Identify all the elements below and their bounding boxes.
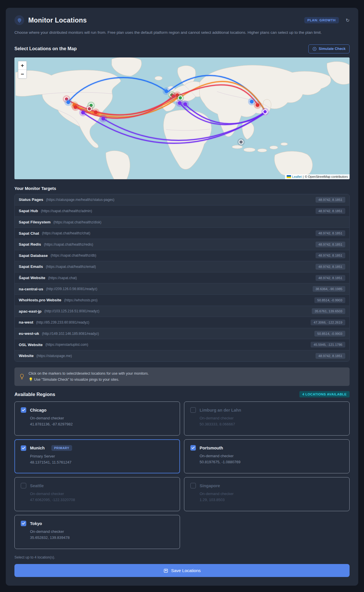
region-card[interactable]: Chicago On-demand checker 41.8781136, -8…: [14, 401, 180, 436]
target-coords-badge: 50.8514, -0.9903: [314, 331, 345, 337]
region-checkbox[interactable]: [21, 483, 26, 488]
target-row: Sapat Emails (https://sapat.chat/healthz…: [15, 261, 349, 272]
regions-heading: Available Regions: [14, 392, 55, 397]
target-row: OSL Website (https://openstartuplist.com…: [15, 339, 349, 350]
map-marker[interactable]: [164, 89, 168, 93]
map-marker[interactable]: [183, 102, 187, 106]
target-name: eu-west-uk: [19, 331, 39, 336]
monitor-targets-list: Status Pages (https://statuspage.me/heal…: [14, 194, 350, 362]
target-url: (https://sapat.chat/healthz/redis): [44, 242, 93, 246]
region-checkbox[interactable]: [190, 483, 196, 488]
zoom-out-button[interactable]: −: [18, 70, 27, 79]
play-circle-icon: [312, 47, 317, 51]
region-subtitle: On-demand checker: [30, 416, 174, 420]
leaflet-map[interactable]: + − Leaflet | © OpenStreetMap contributo…: [14, 57, 350, 179]
region-subtitle: On-demand checker: [30, 529, 174, 534]
target-coords-badge: 35.6761, 139.6503: [312, 308, 345, 314]
region-checkbox[interactable]: [21, 445, 26, 451]
target-row: Website (https://statuspage.me) 48.9742,…: [15, 350, 349, 361]
map-marker[interactable]: [66, 100, 70, 104]
region-coords: 35.652832, 139.839478: [30, 535, 174, 540]
target-url: (http://149.102.146.185:8081/readyz): [42, 332, 99, 336]
target-coords-badge: 38.6364, -90.1985: [313, 286, 345, 292]
target-coords-badge: 48.9742, 8.1851: [316, 230, 345, 236]
target-row: na-central-us (http://209.126.0.56:8081/…: [15, 283, 349, 294]
zoom-in-button[interactable]: +: [18, 61, 27, 70]
map-marker[interactable]: [256, 103, 259, 107]
region-subtitle: Primary Server: [30, 454, 174, 458]
save-locations-button[interactable]: Save Locations: [14, 564, 350, 577]
check-icon: [192, 447, 195, 449]
region-card[interactable]: Tokyo On-demand checker 35.652832, 139.8…: [14, 515, 180, 549]
region-name: Chicago: [30, 408, 46, 412]
lightbulb-icon: [19, 373, 25, 380]
save-icon: [163, 568, 168, 573]
region-card[interactable]: Limburg an der Lahn On-demand checker 50…: [184, 401, 350, 436]
map-marker[interactable]: [94, 110, 97, 114]
region-name: Singapore: [200, 483, 220, 488]
target-name: Status Pages: [19, 197, 43, 202]
target-url: (https://sapat.chat/healthz/admin): [41, 209, 92, 213]
region-name: Portsmouth: [200, 446, 223, 450]
region-card[interactable]: Munich PRIMARY Primary Server 48.1371541…: [14, 439, 180, 473]
region-coords: 50.8197675, -1.0880769: [200, 460, 343, 464]
region-coords: 1.29, 103.8503: [200, 498, 343, 502]
target-row: Sapat Chat (https://sapat.chat/healthz/c…: [15, 227, 349, 239]
refresh-icon[interactable]: ↻: [346, 18, 350, 23]
region-card[interactable]: Portsmouth On-demand checker 50.8197675,…: [184, 439, 350, 473]
target-row: eu-west-uk (http://149.102.146.185:8081/…: [15, 328, 349, 339]
region-subtitle: On-demand checker: [200, 416, 343, 420]
target-row: Sapat Redis (https://sapat.chat/healthz/…: [15, 239, 349, 250]
target-coords-badge: 48.9742, 8.1851: [316, 197, 345, 203]
check-icon: [22, 522, 25, 525]
target-name: Sapat Database: [19, 253, 48, 258]
simulate-check-button[interactable]: Simulate Check: [308, 44, 350, 53]
map-marker[interactable]: [178, 101, 181, 105]
target-row: WhoHosts.pro Website (https://whohosts.p…: [15, 294, 349, 306]
map-marker[interactable]: [178, 96, 182, 100]
target-name: OSL Website: [19, 343, 43, 347]
region-card[interactable]: Seattle On-demand checker 47.6062095, -1…: [14, 477, 180, 511]
target-name: Website: [19, 354, 34, 358]
region-checkbox[interactable]: [190, 407, 196, 413]
check-icon: [22, 409, 25, 411]
location-pin-icon: [14, 15, 24, 25]
map-attribution: Leaflet | © OpenStreetMap contributors: [285, 174, 350, 179]
map-marker[interactable]: [74, 105, 77, 109]
region-checkbox[interactable]: [21, 521, 26, 526]
target-name: na-central-us: [19, 287, 43, 291]
region-coords: 47.6062095, -122.3320708: [30, 498, 174, 502]
map-marker[interactable]: [102, 117, 105, 120]
target-row: apac-east-jp (http://103.125.216.51:8081…: [15, 306, 349, 317]
target-url: (https://whohosts.pro): [64, 298, 97, 302]
map-marker[interactable]: [87, 107, 91, 111]
map-marker[interactable]: [239, 140, 243, 144]
monitor-locations-panel: Monitor Locations PLAN: GROWTH ↻ Choose …: [6, 8, 358, 586]
target-coords-badge: 48.9742, 8.1851: [316, 264, 345, 270]
target-name: Sapat Hub: [19, 209, 38, 213]
region-checkbox[interactable]: [190, 445, 196, 451]
map-marker[interactable]: [250, 100, 254, 103]
leaflet-link[interactable]: Leaflet: [292, 175, 302, 178]
target-row: Sapat Hub (https://sapat.chat/healthz/ad…: [15, 205, 349, 216]
region-name: Tokyo: [30, 521, 42, 526]
target-url: (http://103.125.216.51:8081/readyz): [44, 309, 100, 313]
target-name: Sapat Chat: [19, 231, 39, 236]
locations-available-badge: 4 LOCATIONS AVAILABLE: [299, 391, 350, 397]
map-marker[interactable]: [263, 110, 267, 114]
region-name: Limburg an der Lahn: [200, 408, 241, 412]
target-coords-badge: 48.9742, 8.1851: [316, 253, 345, 258]
tip-line-1: Click on the markers to select/deselect …: [29, 371, 149, 377]
target-url: (https://sapat.chat/healthz/email): [46, 265, 96, 269]
map-marker[interactable]: [81, 111, 85, 114]
region-cards-grid: Chicago On-demand checker 41.8781136, -8…: [14, 401, 350, 549]
region-name: Seattle: [30, 483, 44, 488]
region-checkbox[interactable]: [21, 407, 26, 413]
osm-attribution[interactable]: © OpenStreetMap contributors: [305, 175, 348, 178]
target-coords-badge: 48.9742, 8.1851: [316, 353, 345, 359]
target-url: (https://sapat.chat): [48, 276, 77, 280]
tip-line-2: 💡 Use "Simulate Check" to visualize ping…: [29, 377, 149, 383]
target-url: (https://sapat.chat/healthz/disk): [53, 220, 101, 224]
target-name: apac-east-jp: [19, 309, 42, 313]
region-card[interactable]: Singapore On-demand checker 1.29, 103.85…: [184, 477, 350, 511]
